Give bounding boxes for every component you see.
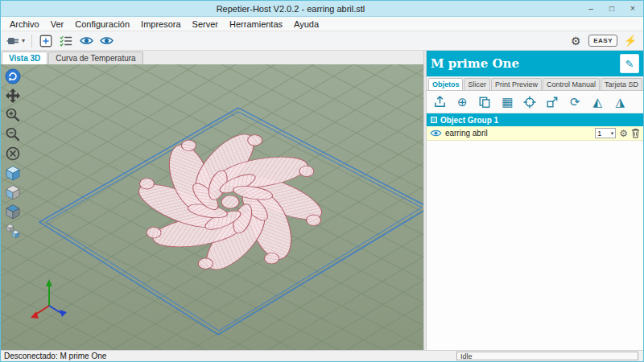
visibility-eye-icon[interactable]: [430, 129, 442, 138]
add-box-icon: [39, 34, 53, 48]
add-circle-icon: ⊕: [457, 95, 468, 109]
chevron-down-icon: ▾: [22, 37, 25, 44]
copy-icon: [478, 96, 491, 109]
viewport-column: Vista 3D Curva de Temperatura: [1, 51, 423, 350]
trash-button[interactable]: [631, 128, 640, 138]
connect-printer-button[interactable]: ▾: [5, 32, 27, 49]
group-icon: [431, 117, 437, 123]
settings-button[interactable]: ⚙: [567, 32, 584, 49]
easy-mode-label: EASY: [588, 35, 617, 47]
menu-bar: Archivo Ver Configuración Impresora Serv…: [1, 17, 643, 31]
cube-isometric-icon: [5, 165, 21, 181]
crosshair-icon: [523, 96, 536, 109]
mirror-left-icon: ◭: [593, 95, 603, 109]
menu-archivo[interactable]: Archivo: [4, 17, 45, 31]
stacked-cubes-icon: [5, 223, 21, 239]
menu-ayuda[interactable]: Ayuda: [288, 17, 324, 31]
close-button[interactable]: ×: [622, 1, 643, 16]
connection-status: Desconectado: M prime One: [4, 352, 106, 360]
object-name: earring abril: [445, 129, 592, 138]
maximize-button[interactable]: □: [601, 1, 622, 16]
object-row[interactable]: earring abril 1 ▾ ⚙: [427, 126, 643, 141]
eye-icon: [80, 35, 93, 46]
lightning-icon: ⚡: [624, 35, 637, 47]
pencil-icon: ✎: [625, 58, 634, 70]
tab-print-preview[interactable]: Print Preview: [491, 78, 542, 90]
printer-state-label: Idle: [460, 352, 473, 360]
menu-server[interactable]: Server: [187, 17, 224, 31]
rotate-object-button[interactable]: ⟳: [564, 93, 586, 112]
easy-mode-button[interactable]: EASY: [587, 32, 619, 49]
show-filament-button[interactable]: [77, 32, 95, 49]
fit-objects-button[interactable]: [3, 221, 23, 240]
add-object-button[interactable]: [37, 32, 55, 49]
move-view-button[interactable]: [3, 86, 23, 105]
toggle-log-button[interactable]: [57, 32, 75, 49]
emergency-stop-button[interactable]: ⚡: [621, 32, 639, 49]
tab-objetos[interactable]: Objetos: [428, 78, 464, 90]
circle-cross-icon: [5, 146, 21, 162]
object-count-stepper[interactable]: 1 ▾: [595, 128, 616, 138]
autoposition-button[interactable]: ▦: [497, 93, 518, 112]
object-list-empty-area: [427, 141, 643, 350]
menu-ver[interactable]: Ver: [45, 17, 70, 31]
gear-icon: ⚙: [571, 35, 581, 47]
edit-printer-button[interactable]: ✎: [620, 54, 639, 73]
mirror-right-icon: ◮: [616, 95, 625, 109]
zoom-in-icon: [5, 107, 21, 123]
view-tool-strip: [3, 67, 23, 240]
viewport-3d-scene: [1, 64, 423, 350]
object-count-value: 1: [597, 130, 608, 138]
scale-object-button[interactable]: [542, 93, 564, 112]
tab-control-manual[interactable]: Control Manual: [543, 78, 600, 90]
rotate-view-button[interactable]: [3, 67, 23, 85]
object-toolbar: ⊕ ▦: [427, 91, 643, 113]
tab-slicer[interactable]: Slicer: [464, 78, 490, 90]
printer-name: M prime One: [431, 56, 620, 71]
app-window: Repetier-Host V2.0.2 - earring abril.stl…: [0, 0, 644, 362]
mirror-y-button[interactable]: ◮: [609, 93, 631, 112]
toolbar-separator: [31, 35, 32, 47]
window-title: Repetier-Host V2.0.2 - earring abril.stl: [1, 4, 580, 14]
grid-icon: ▦: [502, 95, 513, 109]
zoom-out-icon: [5, 126, 21, 142]
object-settings-button[interactable]: ⚙: [619, 128, 628, 139]
status-bar: Desconectado: M prime One Idle: [1, 350, 643, 361]
object-group-header[interactable]: Object Group 1: [427, 113, 643, 126]
title-bar: Repetier-Host V2.0.2 - earring abril.stl…: [1, 1, 643, 17]
printer-tab-strip: Objetos Slicer Print Preview Control Man…: [427, 76, 643, 91]
zoom-in-button[interactable]: [3, 105, 23, 124]
add-object-button-panel[interactable]: ⊕: [452, 93, 473, 112]
menu-impresora[interactable]: Impresora: [135, 17, 187, 31]
scale-icon: [546, 96, 559, 109]
window-controls: – □ ×: [580, 1, 643, 16]
show-travel-button[interactable]: [97, 32, 115, 49]
isometric-view-button[interactable]: [3, 163, 23, 182]
menu-configuracion[interactable]: Configuración: [69, 17, 135, 31]
eye-icon: [100, 35, 114, 46]
rotate-view-icon: [5, 68, 21, 84]
mirror-x-button[interactable]: ◭: [587, 93, 609, 112]
menu-herramientas[interactable]: Herramientas: [224, 17, 288, 31]
export-icon: [433, 95, 447, 109]
front-view-button[interactable]: [3, 183, 23, 201]
plug-icon: [6, 35, 21, 47]
fit-printer-button[interactable]: [3, 144, 23, 162]
printer-header: M prime One ✎: [427, 51, 643, 76]
move-arrows-icon: [5, 88, 21, 104]
rotate-cw-icon: ⟳: [570, 95, 580, 109]
object-group-title: Object Group 1: [440, 116, 498, 125]
cube-top-icon: [5, 204, 21, 220]
printer-state-box: Idle: [456, 352, 638, 360]
viewport-3d[interactable]: [1, 64, 423, 350]
tab-tarjeta-sd[interactable]: Tarjeta SD: [601, 78, 642, 90]
center-object-button[interactable]: [519, 93, 541, 112]
chevron-down-icon: ▾: [611, 130, 614, 137]
minimize-button[interactable]: –: [580, 1, 601, 16]
tab-curva-temperatura[interactable]: Curva de Temperatura: [48, 51, 142, 64]
zoom-out-button[interactable]: [3, 125, 23, 143]
copy-object-button[interactable]: [474, 93, 496, 112]
export-object-button[interactable]: [429, 93, 451, 112]
top-view-button[interactable]: [3, 202, 23, 220]
tab-vista-3d[interactable]: Vista 3D: [2, 51, 47, 64]
